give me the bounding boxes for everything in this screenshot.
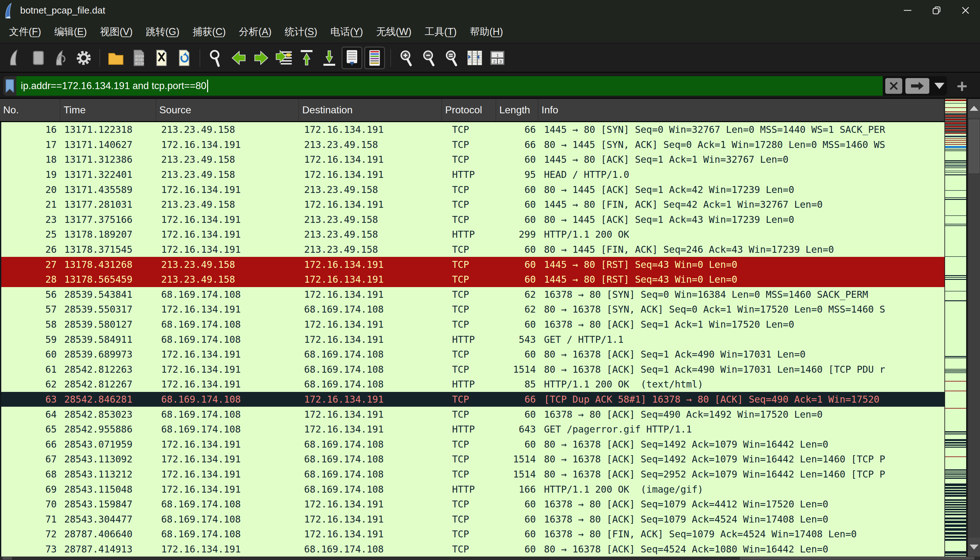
go-last-packet-button[interactable] [319,47,340,69]
packet-row-18[interactable]: 1813171.312386213.23.49.158172.16.134.19… [1,152,945,167]
zoom-in-button[interactable] [396,47,417,69]
filter-dropdown-chevron[interactable] [934,83,945,89]
vertical-scrollbar[interactable] [968,99,980,557]
cell-proto: HTTP [443,377,497,392]
vertical-scrollbar-thumb[interactable] [969,120,979,173]
layout-123-button[interactable]: 123 [487,47,508,69]
menu-item-f[interactable]: 文件(F) [3,22,48,42]
filter-bookmark-button[interactable] [3,76,17,96]
column-header-src[interactable]: Source [156,99,299,121]
packet-row-57[interactable]: 5728539.550317172.16.134.19168.169.174.1… [1,302,945,317]
packet-row-25[interactable]: 2513178.189207172.16.134.191213.23.49.15… [1,227,945,242]
packet-row-73[interactable]: 7328787.414913172.16.134.19168.169.174.1… [1,542,945,557]
cell-time: 13178.565459 [62,272,157,287]
packet-row-28[interactable]: 2813178.565459213.23.49.158172.16.134.19… [1,272,945,287]
capture-restart-button[interactable] [51,47,72,69]
packet-row-23[interactable]: 2313177.375166172.16.134.191213.23.49.15… [1,212,945,227]
menu-item-e[interactable]: 编辑(E) [48,22,93,42]
cell-dst: 172.16.134.191 [300,152,443,167]
packet-row-67[interactable]: 6728543.113092172.16.134.19168.169.174.1… [1,452,945,467]
packet-row-61[interactable]: 6128542.812263172.16.134.19168.169.174.1… [1,362,945,377]
capture-restart-icon [52,49,70,67]
packet-row-58[interactable]: 5828539.58012768.169.174.108172.16.134.1… [1,317,945,332]
packet-row-65[interactable]: 6528542.95588668.169.174.108172.16.134.1… [1,422,945,437]
capture-stop-button[interactable] [28,47,49,69]
packet-row-70[interactable]: 7028543.15984768.169.174.108172.16.134.1… [1,497,945,512]
auto-scroll-button[interactable] [342,47,362,69]
scroll-up-button[interactable] [968,99,980,118]
packet-row-68[interactable]: 6828543.113212172.16.134.19168.169.174.1… [1,467,945,482]
go-forward-button[interactable] [251,47,272,69]
packet-row-26[interactable]: 2613178.371545172.16.134.191213.23.49.15… [1,242,945,257]
packet-row-66[interactable]: 6628543.071959172.16.134.19168.169.174.1… [1,437,945,452]
column-header-proto[interactable]: Protocol [442,99,496,121]
column-header-time[interactable]: Time [60,99,156,121]
column-header-info[interactable]: Info [538,99,945,121]
packet-row-19[interactable]: 1913171.322401213.23.49.158172.16.134.19… [1,167,945,182]
cell-proto: TCP [443,347,497,362]
menu-item-t[interactable]: 工具(T) [418,22,463,42]
scroll-down-button[interactable] [968,538,980,557]
capture-options-button[interactable] [73,47,94,69]
go-first-packet-button[interactable] [296,47,317,69]
cell-info: 80 → 16378 [ACK] Seq=2952 Ack=1079 Win=1… [540,467,945,482]
packet-row-69[interactable]: 6928543.115048172.16.134.19168.169.174.1… [1,482,945,497]
packet-row-71[interactable]: 7128543.30447768.169.174.108172.16.134.1… [1,512,945,527]
cell-src: 213.23.49.158 [157,272,300,287]
apply-filter-button[interactable] [905,78,929,94]
cell-proto: TCP [443,452,497,467]
minimap-stripe [945,372,966,373]
add-filter-button[interactable]: + [953,77,971,95]
packet-row-27[interactable]: 2713178.431268213.23.49.158172.16.134.19… [1,257,945,272]
resize-columns-button[interactable] [464,47,485,69]
packet-minimap[interactable] [945,99,967,557]
menu-item-g[interactable]: 跳转(G) [139,22,186,42]
packet-row-17[interactable]: 1713171.140627172.16.134.191213.23.49.15… [1,137,945,152]
close-button[interactable] [951,0,980,21]
horizontal-scrollbar[interactable] [0,557,980,560]
save-file-button[interactable]: 010100110101110 [128,47,149,69]
apply-arrow-icon [910,81,924,91]
zoom-out-button[interactable] [419,47,440,69]
packet-row-72[interactable]: 7228787.40664068.169.174.108172.16.134.1… [1,527,945,542]
menu-item-c[interactable]: 捕获(C) [186,22,232,42]
packet-row-16[interactable]: 1613171.122318213.23.49.158172.16.134.19… [1,122,945,137]
menu-item-h[interactable]: 帮助(H) [463,22,510,42]
cell-len: 95 [497,167,540,182]
column-header-dst[interactable]: Destination [299,99,442,121]
packet-row-62[interactable]: 6228542.812267172.16.134.19168.169.174.1… [1,377,945,392]
reload-file-button[interactable] [173,47,194,69]
packet-row-21[interactable]: 2113177.281031213.23.49.158172.16.134.19… [1,197,945,212]
packet-row-20[interactable]: 2013171.435589172.16.134.191213.23.49.15… [1,182,945,197]
packet-row-59[interactable]: 5928539.58491168.169.174.108172.16.134.1… [1,332,945,347]
menu-item-y[interactable]: 电话(Y) [324,22,370,42]
column-header-len[interactable]: Length [496,99,538,121]
close-file-button[interactable] [151,47,172,69]
menu-item-v[interactable]: 视图(V) [93,22,139,42]
cell-info: 80 → 1445 [ACK] Seq=1 Ack=42 Win=17239 L… [540,182,945,197]
menu-item-a[interactable]: 分析(A) [232,22,278,42]
wireshark-start-capture-button[interactable] [5,47,26,69]
packet-row-64[interactable]: 6428542.85302368.169.174.108172.16.134.1… [1,407,945,422]
packet-row-60[interactable]: 6028539.689973172.16.134.19168.169.174.1… [1,347,945,362]
packet-row-56[interactable]: 5628539.54384168.169.174.108172.16.134.1… [1,287,945,302]
hscroll-left-button[interactable] [3,557,12,560]
find-packet-button[interactable] [205,47,227,69]
go-to-packet-button[interactable] [273,47,294,69]
cell-time: 13171.140627 [62,137,157,152]
cell-len: 60 [497,407,540,422]
open-file-button[interactable] [105,47,126,69]
colorize-packets-button[interactable] [364,47,385,69]
horizontal-scrollbar-thumb[interactable] [740,557,974,560]
column-header-no[interactable]: No. [0,99,60,121]
menu-item-s[interactable]: 统计(S) [278,22,323,42]
menu-item-w[interactable]: 无线(W) [370,22,418,42]
minimize-button[interactable] [893,0,922,21]
cell-src: 213.23.49.158 [157,197,300,212]
restore-button[interactable] [922,0,951,21]
display-filter-input[interactable]: ip.addr==172.16.134.191 and tcp.port==80 [17,76,883,96]
clear-filter-button[interactable] [885,78,902,94]
zoom-original-button[interactable] [442,47,462,69]
packet-row-63[interactable]: 6328542.84628168.169.174.108172.16.134.1… [1,392,945,407]
go-back-button[interactable] [228,47,249,69]
